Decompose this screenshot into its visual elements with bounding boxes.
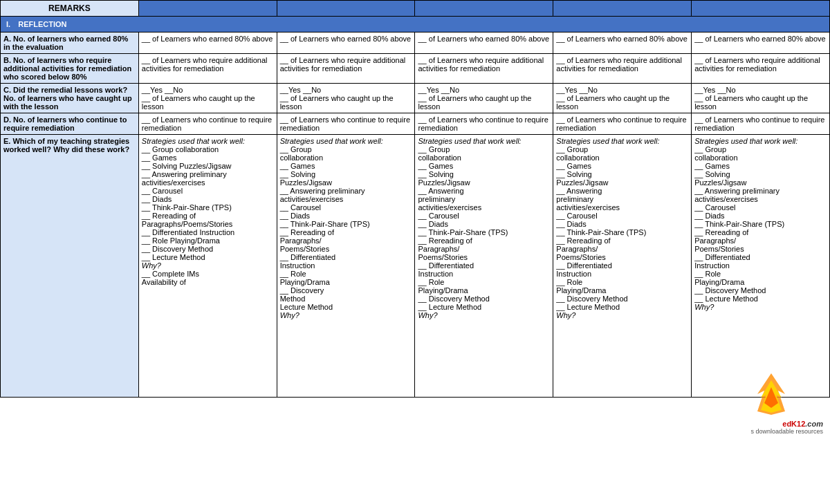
reflection-label: I. (6, 20, 10, 28)
row-a-letter: A. (3, 35, 11, 43)
row-b-label: B. No. of learners who require additiona… (1, 54, 139, 84)
row-e-col5-italic: Strategies used that work well: (556, 137, 659, 145)
row-e: E. Which of my teaching strategies worke… (1, 135, 830, 398)
row-d-label: D. No. of learners who continue to requi… (1, 113, 139, 135)
row-e-letter: E. (3, 137, 10, 145)
row-d-col6: __ of Learners who continue to require r… (692, 113, 830, 135)
row-a-col6: __ of Learners who earned 80% above (692, 32, 830, 54)
header-col5 (553, 1, 692, 17)
row-c: C. Did the remedial lessons work? No. of… (1, 84, 830, 113)
row-e-col3-items: __ Group collaboration __ Games __ Solvi… (280, 145, 370, 319)
row-e-col2-items: __ Group collaboration __ Games __ Solvi… (142, 145, 234, 286)
row-e-col2-italic: Strategies used that work well: (142, 137, 245, 145)
row-d-col4: __ of Learners who continue to require r… (415, 113, 553, 135)
row-e-col3: Strategies used that work well: __ Group… (277, 135, 415, 398)
row-b-col6: __ of Learners who require additional ac… (692, 54, 830, 84)
row-c-col2: __Yes __No__ of Learners who caught up t… (138, 84, 277, 113)
header-col6 (692, 1, 830, 17)
row-a-description: No. of learners who earned 80% in the ev… (3, 35, 128, 51)
row-e-col5-items: __ Group collaboration __ Games __ Solvi… (556, 145, 646, 319)
row-c-col4: __Yes __No__ of Learners who caught up t… (415, 84, 553, 113)
row-b-letter: B. (3, 56, 11, 64)
row-d-description: No. of learners who continue to require … (3, 115, 127, 132)
row-e-description: Which of my teaching strategies worked w… (3, 137, 129, 153)
row-a-col3: __ of Learners who earned 80% above (277, 32, 415, 54)
row-e-col6-italic: Strategies used that work well: (694, 137, 797, 145)
row-a-col2: __ of Learners who earned 80% above (138, 32, 277, 54)
reflection-table: REMARKS I. REFLECTION A. No. of learners… (0, 0, 830, 398)
header-col3 (277, 1, 415, 17)
row-b-col2: __ of Learners who require additional ac… (138, 54, 277, 84)
row-c-col6: __Yes __No__ of Learners who caught up t… (692, 84, 830, 113)
row-b-col3: __ of Learners who require additional ac… (277, 54, 415, 84)
row-b-description: No. of learners who require additional a… (3, 56, 131, 81)
row-a: A. No. of learners who earned 80% in the… (1, 32, 830, 54)
reflection-section-label: I. REFLECTION (1, 17, 830, 32)
flame-icon (750, 370, 792, 398)
row-d-col2: __ of Learners who continue to require r… (138, 113, 277, 135)
main-container: REMARKS I. REFLECTION A. No. of learners… (0, 0, 830, 398)
row-e-col4: Strategies used that work well: __ Group… (415, 135, 553, 398)
reflection-title: REFLECTION (18, 20, 66, 28)
row-a-col5: __ of Learners who earned 80% above (553, 32, 692, 54)
reflection-section-row: I. REFLECTION (1, 17, 830, 32)
row-d-letter: D. (3, 115, 11, 124)
row-c-col3: __Yes __No__ of Learners who caught up t… (277, 84, 415, 113)
row-c-label: C. Did the remedial lessons work? No. of… (1, 84, 139, 113)
row-e-col4-items: __ Group collaboration __ Games __ Solvi… (418, 145, 508, 319)
row-e-col6: Strategies used that work well: __ Group… (692, 135, 830, 398)
row-b-col5: __ of Learners who require additional ac… (553, 54, 692, 84)
row-e-col2: Strategies used that work well: __ Group… (138, 135, 277, 398)
row-e-col6-items: __ Group collaboration __ Games __ Solvi… (694, 145, 784, 311)
header-row: REMARKS (1, 1, 830, 17)
row-b: B. No. of learners who require additiona… (1, 54, 830, 84)
row-a-label: A. No. of learners who earned 80% in the… (1, 32, 139, 54)
header-col2 (138, 1, 277, 17)
row-e-col3-italic: Strategies used that work well: (280, 137, 383, 145)
row-e-col5: Strategies used that work well: __ Group… (553, 135, 692, 398)
header-col4 (415, 1, 553, 17)
remarks-header: REMARKS (1, 1, 139, 17)
row-a-col4: __ of Learners who earned 80% above (415, 32, 553, 54)
row-d-col3: __ of Learners who continue to require r… (277, 113, 415, 135)
row-c-col5: __Yes __No__ of Learners who caught up t… (553, 84, 692, 113)
row-e-col4-italic: Strategies used that work well: (418, 137, 521, 145)
row-d-col5: __ of Learners who continue to require r… (553, 113, 692, 135)
watermark: edK12.com s downloadable resources (750, 370, 823, 398)
row-e-label: E. Which of my teaching strategies worke… (1, 135, 139, 398)
row-b-col4: __ of Learners who require additional ac… (415, 54, 553, 84)
row-c-description: Did the remedial lessons work? No. of le… (3, 86, 132, 111)
row-d: D. No. of learners who continue to requi… (1, 113, 830, 135)
row-c-letter: C. (3, 86, 11, 94)
